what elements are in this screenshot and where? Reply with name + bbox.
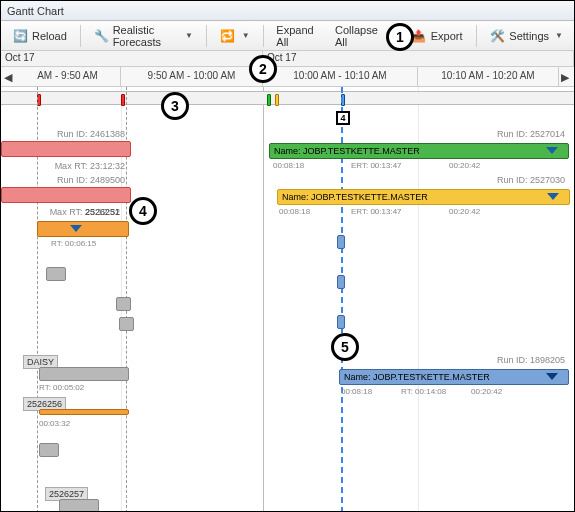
task-bar[interactable]: [119, 317, 134, 331]
task-bar[interactable]: [39, 443, 59, 457]
chevron-down-icon: ▼: [555, 31, 563, 40]
rt-label: 00:03:32: [39, 419, 70, 428]
time-slot-3: 10:00 AM - 10:10 AM: [263, 67, 418, 87]
separator: [80, 25, 81, 47]
marker-tick[interactable]: [275, 94, 279, 106]
time-slot-2: 9:50 AM - 10:00 AM: [121, 67, 263, 87]
time-header: Oct 17 Oct 17 ◀ AM - 9:50 AM 9:50 AM - 1…: [1, 51, 574, 87]
triangle-icon: [70, 225, 82, 232]
task-bar[interactable]: [46, 267, 66, 281]
callout-4: 4: [129, 197, 157, 225]
job-bar-green[interactable]: Name: JOBP.TESTKETTE.MASTER: [269, 143, 569, 159]
run-id-label: Run ID: 2527030: [401, 175, 571, 185]
separator: [206, 25, 207, 47]
expand-all-button[interactable]: Expand All: [269, 21, 324, 51]
timeline-ruler[interactable]: [1, 91, 574, 105]
forecasts-label: Realistic Forecasts: [113, 24, 179, 48]
marker-tick[interactable]: [121, 94, 125, 106]
callout-3: 3: [161, 92, 189, 120]
reload-button[interactable]: 🔄 Reload: [5, 25, 74, 47]
date-cell-left: Oct 17: [1, 51, 263, 67]
gear-refresh-icon: 🔁: [220, 28, 236, 44]
expand-label: Expand All: [276, 24, 317, 48]
rt-label: RT: 00:14:08: [401, 387, 446, 396]
job-name: Name: JOBP.TESTKETTE.MASTER: [282, 192, 428, 202]
triangle-icon: [547, 193, 559, 200]
run-id-label: Run ID: 2527014: [401, 129, 571, 139]
end-time: 00:20:42: [449, 161, 480, 170]
max-rt-label: Max RT: 23:12:32: [1, 161, 131, 171]
separator: [263, 25, 264, 47]
job-bar-yellow[interactable]: Name: JOBP.TESTKETTE.MASTER: [277, 189, 570, 205]
gear-icon: 🛠️: [489, 28, 505, 44]
callout-5: 5: [331, 333, 359, 361]
gridline: [263, 87, 264, 512]
title-text: Gantt Chart: [7, 5, 64, 17]
task-bar[interactable]: [39, 367, 129, 381]
task-bar[interactable]: [1, 187, 131, 203]
collapse-label: Collapse All: [335, 24, 380, 48]
chevron-down-icon: ▼: [242, 31, 250, 40]
date-cell-right: Oct 17: [263, 51, 574, 67]
job-name: Name: JOBP.TESTKETTE.MASTER: [344, 372, 490, 382]
callout-1: 1: [386, 23, 414, 51]
progress-marker[interactable]: [337, 235, 345, 249]
separator: [476, 25, 477, 47]
window-title: Gantt Chart: [1, 1, 574, 21]
task-bar[interactable]: [116, 297, 131, 311]
callout-2: 2: [249, 55, 277, 83]
job-name: Name: JOBP.TESTKETTE.MASTER: [274, 146, 420, 156]
chevron-down-icon: ▼: [185, 31, 193, 40]
triangle-icon: [546, 373, 558, 380]
job-bar-blue[interactable]: Name: JOBP.TESTKETTE.MASTER: [339, 369, 569, 385]
forecast-icon: 🔧: [94, 28, 109, 44]
run-id-label: Run ID: 1898205: [401, 355, 571, 365]
task-bar[interactable]: [39, 409, 129, 415]
marker-tick[interactable]: [267, 94, 271, 106]
rt-label: RT: 00:05:02: [39, 383, 84, 392]
ert-label: ERT: 00:13:47: [351, 207, 402, 216]
run-id-label: Run ID: 2461388: [1, 129, 131, 139]
refresh-menu-button[interactable]: 🔁 ▼: [213, 25, 257, 47]
settings-button[interactable]: 🛠️ Settings ▼: [482, 25, 570, 47]
collapse-all-button[interactable]: Collapse All: [328, 21, 387, 51]
time-slot-4: 10:10 AM - 10:20 AM: [418, 67, 559, 87]
task-id-label: 2526251: [51, 207, 126, 217]
reload-label: Reload: [32, 30, 67, 42]
task-bar[interactable]: [59, 499, 99, 512]
end-time: 00:20:42: [471, 387, 502, 396]
progress-marker[interactable]: [337, 275, 345, 289]
task-bar[interactable]: [1, 141, 131, 157]
time-slot-1: AM - 9:50 AM: [15, 67, 121, 87]
ert-label: ERT: 00:13:47: [351, 161, 402, 170]
start-time: 00:08:18: [341, 387, 372, 396]
forecasts-button[interactable]: 🔧 Realistic Forecasts ▼: [87, 21, 200, 51]
scroll-left-button[interactable]: ◀: [1, 69, 15, 85]
start-time: 00:08:18: [273, 161, 304, 170]
run-id-label: Run ID: 2489500: [1, 175, 131, 185]
triangle-icon: [546, 147, 558, 154]
scroll-right-button[interactable]: ▶: [558, 69, 572, 85]
progress-marker[interactable]: [337, 315, 345, 329]
end-time: 00:20:42: [449, 207, 480, 216]
callout-small-4: 4: [336, 111, 350, 125]
task-bar[interactable]: [37, 221, 129, 237]
toolbar: 🔄 Reload 🔧 Realistic Forecasts ▼ 🔁 ▼ Exp…: [1, 21, 574, 51]
start-time: 00:08:18: [279, 207, 310, 216]
reload-icon: 🔄: [12, 28, 28, 44]
settings-label: Settings: [509, 30, 549, 42]
rt-label: RT: 00:06:15: [51, 239, 96, 248]
export-label: Export: [431, 30, 463, 42]
gantt-chart-area: 4 Run ID: 2461388 Max RT: 23:12:32 Run I…: [1, 87, 574, 512]
